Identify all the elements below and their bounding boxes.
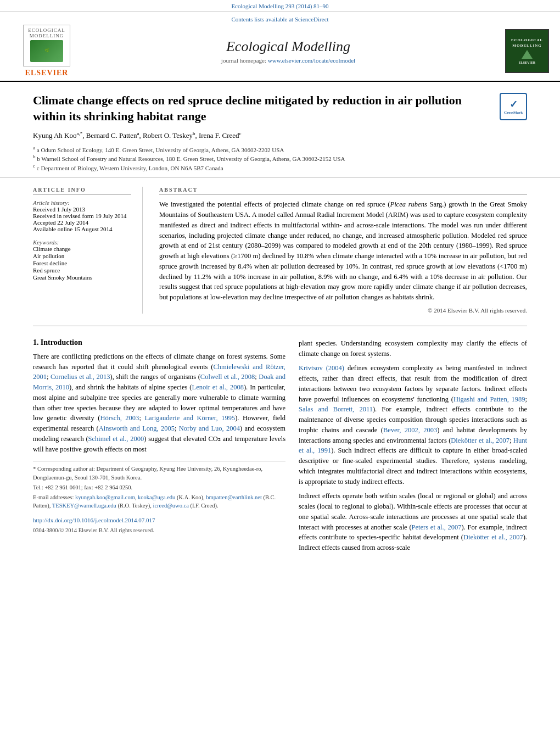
elsevier-logo-area: ECOLOGICAL MODELLING 🌿 ELSEVIER [11, 25, 82, 77]
keyword-3: Forest decline [33, 260, 131, 266]
footnote-emails: E-mail addresses: kyungah.koo@gmail.com,… [33, 493, 285, 511]
ref-krivtsov[interactable]: Krivtsov (2004) [299, 364, 344, 372]
keywords-section: Keywords: Climate change Air pollution F… [33, 239, 131, 281]
article-title: Climate change effects on red spruce dec… [33, 93, 489, 124]
header-main: ECOLOGICAL MODELLING 🌿 ELSEVIER Ecologic… [11, 25, 549, 77]
affiliation-b: b b Warnell School of Forestry and Natur… [33, 154, 489, 162]
email-creed[interactable]: icreed@uwo.ca [153, 503, 189, 509]
article-body: ARTICLE INFO Article history: Received 1… [0, 178, 560, 319]
ref-bever1[interactable]: Bever, 2002, 2003 [383, 426, 437, 434]
intro-heading: 1. Introduction [33, 338, 285, 347]
main-content: 1. Introduction There are conflicting pr… [0, 333, 560, 557]
footnotes: * Corresponding author at: Department of… [33, 461, 285, 534]
ref-peters[interactable]: Peters et al., 2007 [412, 523, 462, 531]
right-para-3: Indirect effects operate both within sca… [299, 491, 527, 553]
revised-date: Received in revised form 19 July 2014 [33, 213, 131, 219]
keyword-1: Climate change [33, 246, 131, 252]
elsevier-box: ECOLOGICAL MODELLING 🌿 [23, 25, 70, 66]
eco-logo: ECOLOGICAL MODELLING ELSEVIER [505, 29, 549, 73]
email-patten[interactable]: bmpatten@earthlink.net [206, 494, 262, 500]
ref-ainsworth[interactable]: Ainsworth and Long, 2005 [99, 425, 175, 432]
article-header: Climate change effects on red spruce dec… [0, 82, 560, 178]
received-date: Received 1 July 2013 [33, 206, 131, 213]
journal-ref: Ecological Modelling 293 (2014) 81–90 [0, 0, 560, 12]
article-header-inner: Climate change effects on red spruce dec… [33, 93, 527, 172]
header: Contents lists available at ScienceDirec… [0, 12, 560, 82]
right-para-2: Krivtsov (2004) defines ecosystem comple… [299, 363, 527, 487]
email-koo1[interactable]: kyungah.koo@gmail.com [75, 494, 135, 500]
header-center: Ecological Modelling journal homepage: w… [82, 38, 494, 64]
ref-lenoir[interactable]: Lenoir et al., 2008 [192, 383, 244, 391]
doi-line[interactable]: http://dx.doi.org/10.1016/j.ecolmodel.20… [33, 516, 285, 525]
sciencedirect-link[interactable]: ScienceDirect [295, 16, 329, 23]
footnote-tel: Tel.: +82 2 961 0601; fax: +82 2 964 025… [33, 483, 285, 492]
available-date: Available online 15 August 2014 [33, 226, 131, 232]
abstract-section: ABSTRACT We investigated the potential e… [159, 187, 527, 314]
contents-note: Contents lists available at ScienceDirec… [11, 16, 549, 23]
section-number: 1. [33, 338, 39, 347]
journal-ref-text: Ecological Modelling 293 (2014) 81–90 [231, 3, 328, 9]
keyword-5: Great Smoky Mountains [33, 274, 131, 281]
abstract-title: ABSTRACT [159, 187, 527, 195]
article-authors: Kyung Ah Kooa,*, Bernard C. Pattena, Rob… [33, 131, 489, 140]
affiliation-a: a a Odum School of Ecology, 140 E. Green… [33, 145, 489, 153]
ref-colwell[interactable]: Colwell et al., 2008 [200, 373, 255, 381]
ref-schimel[interactable]: Schimel et al., 2000 [88, 435, 144, 443]
eco-logo-area: ECOLOGICAL MODELLING ELSEVIER [494, 29, 549, 73]
keyword-4: Red spruce [33, 267, 131, 274]
abstract-copyright: © 2014 Elsevier B.V. All rights reserved… [159, 307, 527, 314]
homepage-url[interactable]: www.elsevier.com/locate/ecolmodel [268, 57, 355, 64]
content-right: plant species. Understanding ecosystem c… [299, 338, 527, 557]
keywords-label: Keywords: [33, 239, 131, 246]
ref-salas[interactable]: Salas and Borrett, 2011 [299, 405, 373, 413]
email-koo2[interactable]: kooka@uga.edu [138, 494, 175, 500]
abstract-text: We investigated the potential effects of… [159, 199, 527, 303]
keyword-2: Air pollution [33, 253, 131, 259]
history-label: Article history: [33, 199, 131, 206]
section-title: Introduction [41, 338, 82, 347]
elsevier-wordmark: ELSEVIER [25, 69, 69, 77]
page: Ecological Modelling 293 (2014) 81–90 Co… [0, 0, 560, 742]
right-para-1: plant species. Understanding ecosystem c… [299, 338, 527, 359]
ref-cornelius[interactable]: Cornelius et al., 2013 [51, 373, 110, 381]
email-teskey[interactable]: TESKEY@warnell.uga.edu [52, 503, 116, 509]
ref-horsch[interactable]: Hörsch, 2003 [100, 414, 139, 422]
ref-norby[interactable]: Norby and Luo, 2004 [179, 425, 240, 432]
copyright-bottom: 0304-3800/© 2014 Elsevier B.V. All right… [33, 526, 285, 535]
section-divider [33, 326, 527, 326]
ref-diekotter2[interactable]: Diekötter et al., 2007 [463, 533, 523, 541]
article-info: ARTICLE INFO Article history: Received 1… [33, 187, 143, 314]
article-info-title: ARTICLE INFO [33, 187, 131, 195]
ref-larigauderie[interactable]: Larigauderie and Körner, 1995 [144, 414, 235, 422]
intro-paragraph-1: There are conflicting predictions on the… [33, 352, 285, 455]
accepted-date: Accepted 22 July 2014 [33, 219, 131, 226]
article-title-area: Climate change effects on red spruce dec… [33, 93, 500, 172]
footnote-star: * Corresponding author at: Department of… [33, 465, 285, 482]
ref-diekotter1[interactable]: Diekötter et al., 2007 [451, 437, 509, 444]
crossmark-logo[interactable]: ✓ CrossMark [500, 93, 527, 120]
affiliation-c: c c Department of Biology, Western Unive… [33, 163, 489, 171]
content-left: 1. Introduction There are conflicting pr… [33, 338, 285, 557]
ref-higashi[interactable]: Higashi and Patten, 1989 [453, 395, 525, 403]
homepage-line: journal homepage: www.elsevier.com/locat… [82, 57, 494, 64]
journal-title: Ecological Modelling [82, 38, 494, 55]
